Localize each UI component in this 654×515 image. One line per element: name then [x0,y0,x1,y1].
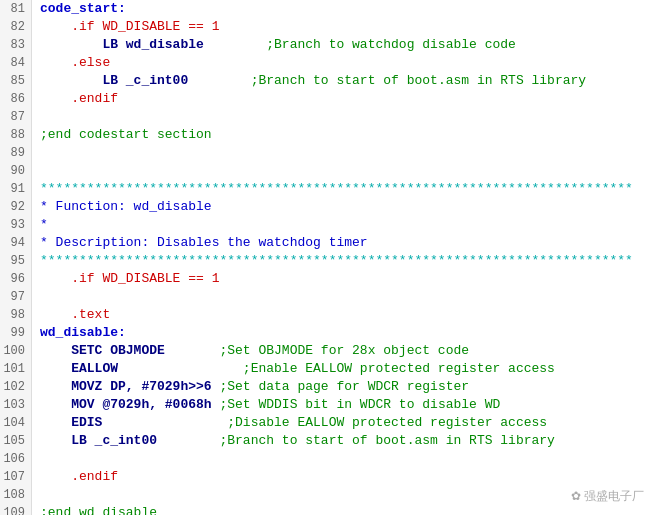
code-segment: SETC OBJMODE [40,343,165,358]
line-content: ;end codestart section [32,126,654,144]
code-row: 103 MOV @7029h, #0068h ;Set WDDIS bit in… [0,396,654,414]
line-number: 98 [0,306,32,324]
line-content: .endif [32,90,654,108]
code-segment: ;Set data page for WDCR register [212,379,469,394]
line-number: 94 [0,234,32,252]
line-number: 88 [0,126,32,144]
line-number: 96 [0,270,32,288]
code-row: 93* [0,216,654,234]
code-row: 91**************************************… [0,180,654,198]
line-content: .text [32,306,654,324]
line-number: 83 [0,36,32,54]
line-number: 106 [0,450,32,468]
code-editor: 81code_start:82 .if WD_DISABLE == 183 LB… [0,0,654,515]
code-row: 100 SETC OBJMODE ;Set OBJMODE for 28x ob… [0,342,654,360]
line-content: .if WD_DISABLE == 1 [32,270,654,288]
line-content: .endif [32,468,654,486]
line-content: wd_disable: [32,324,654,342]
code-row: 94* Description: Disables the watchdog t… [0,234,654,252]
code-segment: .text [40,307,110,322]
code-segment: .endif [40,469,118,484]
line-content: EDIS ;Disable EALLOW protected register … [32,414,654,432]
line-number: 102 [0,378,32,396]
code-row: 89 [0,144,654,162]
line-number: 87 [0,108,32,126]
code-row: 107 .endif [0,468,654,486]
code-segment: ****************************************… [40,181,633,196]
line-content: EALLOW ;Enable EALLOW protected register… [32,360,654,378]
code-segment: ;Disable EALLOW protected register acces… [102,415,547,430]
code-row: 102 MOVZ DP, #7029h>>6 ;Set data page fo… [0,378,654,396]
code-row: 83 LB wd_disable ;Branch to watchdog dis… [0,36,654,54]
code-row: 81code_start: [0,0,654,18]
code-row: 98 .text [0,306,654,324]
code-row: 87 [0,108,654,126]
code-segment: LB _c_int00 [40,433,157,448]
line-content: .else [32,54,654,72]
line-number: 95 [0,252,32,270]
line-number: 108 [0,486,32,504]
line-number: 107 [0,468,32,486]
code-row: 85 LB _c_int00 ;Branch to start of boot.… [0,72,654,90]
line-content: * Function: wd_disable [32,198,654,216]
code-row: 106 [0,450,654,468]
code-segment: ;Branch to start of boot.asm in RTS libr… [157,433,555,448]
code-segment: ;Set OBJMODE for 28x object code [165,343,469,358]
code-segment: MOV @7029h, #0068h [40,397,212,412]
code-segment: LB wd_disable [40,37,204,52]
code-row: 109;end wd_disable [0,504,654,515]
line-number: 109 [0,504,32,515]
code-row: 104 EDIS ;Disable EALLOW protected regis… [0,414,654,432]
line-content: MOV @7029h, #0068h ;Set WDDIS bit in WDC… [32,396,654,414]
line-number: 99 [0,324,32,342]
line-content: ****************************************… [32,180,654,198]
line-number: 93 [0,216,32,234]
code-segment: * Description: Disables the watchdog tim… [40,235,368,250]
code-row: 92* Function: wd_disable [0,198,654,216]
code-segment: ;Branch to watchdog disable code [204,37,516,52]
line-content [32,450,654,468]
watermark: ✿ 强盛电子厂 [571,488,644,505]
code-segment: EALLOW [40,361,118,376]
line-number: 105 [0,432,32,450]
line-number: 100 [0,342,32,360]
code-row: 101 EALLOW ;Enable EALLOW protected regi… [0,360,654,378]
watermark-icon: ✿ [571,489,581,503]
line-content: LB _c_int00 ;Branch to start of boot.asm… [32,432,654,450]
line-number: 81 [0,0,32,18]
line-number: 91 [0,180,32,198]
code-row: 88;end codestart section [0,126,654,144]
code-segment: ;end wd_disable [40,505,157,515]
line-number: 101 [0,360,32,378]
line-content: .if WD_DISABLE == 1 [32,18,654,36]
line-number: 90 [0,162,32,180]
code-segment: * [40,217,48,232]
code-row: 90 [0,162,654,180]
code-row: 86 .endif [0,90,654,108]
code-row: 97 [0,288,654,306]
code-segment: .else [40,55,110,70]
code-segment: code_start: [40,1,126,16]
code-row: 95**************************************… [0,252,654,270]
code-segment: LB _c_int00 [40,73,188,88]
code-row: 96 .if WD_DISABLE == 1 [0,270,654,288]
code-segment: .endif [40,91,118,106]
line-content: * [32,216,654,234]
line-content: ;end wd_disable [32,504,654,515]
line-content: * Description: Disables the watchdog tim… [32,234,654,252]
line-content [32,108,654,126]
line-number: 92 [0,198,32,216]
code-segment: EDIS [40,415,102,430]
code-segment: * Function: wd_disable [40,199,212,214]
code-segment: .if WD_DISABLE == 1 [40,19,219,34]
line-content [32,288,654,306]
line-content: LB _c_int00 ;Branch to start of boot.asm… [32,72,654,90]
code-lines: 81code_start:82 .if WD_DISABLE == 183 LB… [0,0,654,515]
code-segment: ;Branch to start of boot.asm in RTS libr… [188,73,586,88]
code-row: 84 .else [0,54,654,72]
line-number: 82 [0,18,32,36]
line-number: 104 [0,414,32,432]
line-number: 85 [0,72,32,90]
code-segment: ****************************************… [40,253,633,268]
code-segment: ;Enable EALLOW protected register access [118,361,555,376]
